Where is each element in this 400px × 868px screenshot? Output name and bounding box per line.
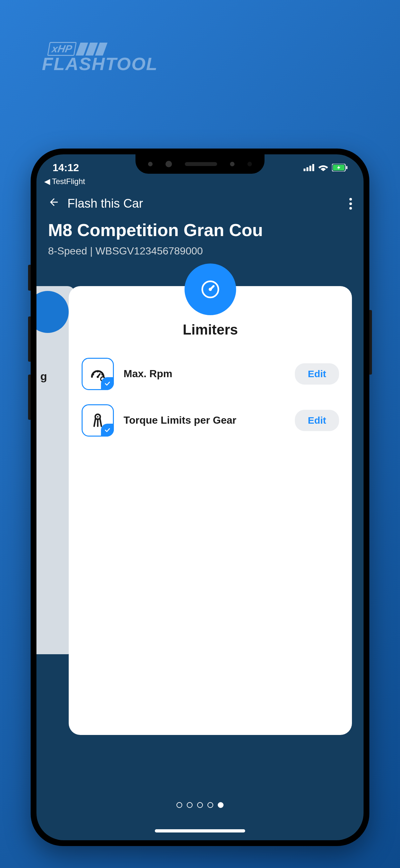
logo-prefix: xHP (47, 42, 77, 56)
list-item-max-rpm: Max. Rpm Edit (69, 351, 352, 397)
svg-rect-0 (304, 168, 305, 171)
car-name: M8 Competition Gran Cou (36, 217, 364, 241)
svg-point-12 (97, 376, 99, 378)
check-badge-icon (101, 424, 114, 437)
home-indicator[interactable] (155, 829, 245, 833)
svg-rect-2 (309, 166, 311, 171)
page-dot[interactable] (187, 802, 193, 808)
cellular-icon (304, 164, 314, 171)
svg-point-11 (101, 374, 103, 376)
list-item-torque-limits: Torque Limits per Gear Edit (69, 397, 352, 444)
page-indicator[interactable] (176, 802, 224, 808)
page-dot-active[interactable] (218, 802, 224, 808)
svg-rect-6 (346, 166, 347, 169)
car-subtitle: 8-Speed | WBSGV123456789000 (36, 241, 364, 267)
card-title: Limiters (69, 321, 352, 338)
back-triangle-icon: ◀ (44, 177, 50, 186)
check-badge-icon (101, 377, 114, 390)
header-title: Flash this Car (67, 197, 143, 211)
page-dot[interactable] (207, 802, 213, 808)
status-time: 14:12 (53, 162, 79, 174)
svg-point-16 (97, 416, 99, 418)
wifi-icon (319, 164, 328, 171)
back-app-label: TestFlight (52, 177, 85, 186)
phone-screen: 14:12 ◀ TestFlight Flash this Car M8 Com… (36, 154, 364, 840)
notch (135, 154, 265, 174)
svg-point-9 (93, 374, 94, 376)
page-dot[interactable] (176, 802, 182, 808)
torque-wrench-icon (81, 404, 114, 437)
battery-charging-icon (332, 164, 347, 172)
edit-button-max-rpm[interactable]: Edit (295, 363, 339, 384)
background-partial-text: g (40, 370, 47, 383)
back-arrow-icon[interactable] (48, 196, 60, 211)
back-to-app[interactable]: ◀ TestFlight (36, 177, 364, 190)
gauge-circle-icon (185, 264, 236, 315)
item-label: Torque Limits per Gear (124, 414, 285, 427)
rpm-gauge-icon (81, 358, 114, 390)
item-label: Max. Rpm (124, 367, 285, 381)
phone-frame: 14:12 ◀ TestFlight Flash this Car M8 Com… (31, 149, 369, 846)
logo-main: FLASHTOOL (42, 53, 158, 74)
page-dot[interactable] (197, 802, 203, 808)
limiters-card: Limiters Max. Rpm Edit (69, 286, 352, 735)
logo-bars-icon (78, 42, 105, 56)
svg-point-8 (209, 288, 212, 291)
more-menu-button[interactable] (349, 198, 352, 210)
brand-logo: xHP FLASHTOOL (42, 42, 158, 74)
svg-rect-1 (306, 167, 308, 171)
edit-button-torque[interactable]: Edit (295, 410, 339, 431)
svg-rect-3 (312, 164, 314, 171)
background-circle-icon (36, 291, 69, 333)
svg-point-10 (97, 371, 99, 373)
app-header: Flash this Car (36, 190, 364, 217)
